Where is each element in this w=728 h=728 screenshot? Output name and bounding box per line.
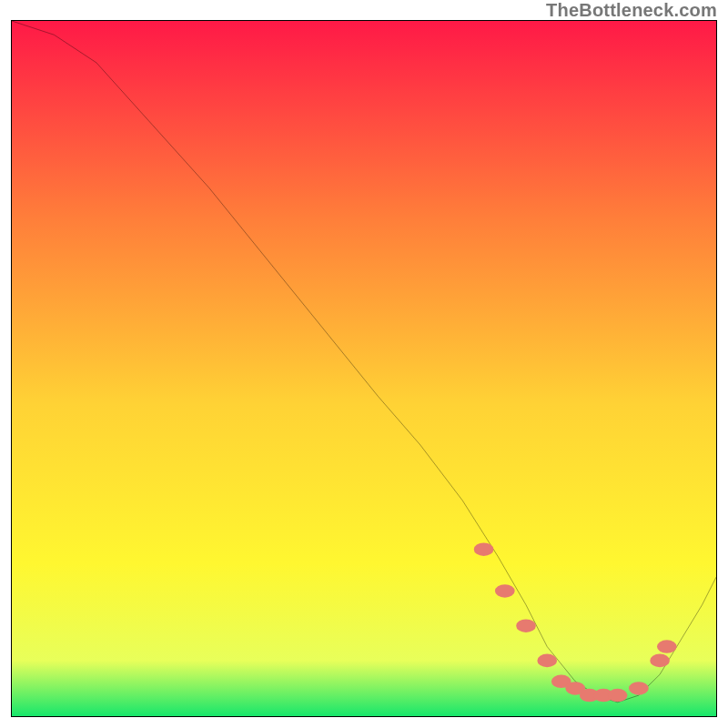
plot-area [11,20,717,717]
watermark-text: TheBottleneck.com [546,0,717,21]
marker-dot [474,542,494,556]
marker-dot [608,689,628,703]
marker-dot [516,619,536,632]
marker-dot [657,640,677,653]
marker-dot [537,654,557,668]
marker-dot [629,682,649,695]
marker-dot [650,654,670,668]
marker-dot [495,584,515,598]
chart-frame: TheBottleneck.com [0,0,728,728]
markers-layer [12,21,716,716]
markers-group [474,542,677,702]
